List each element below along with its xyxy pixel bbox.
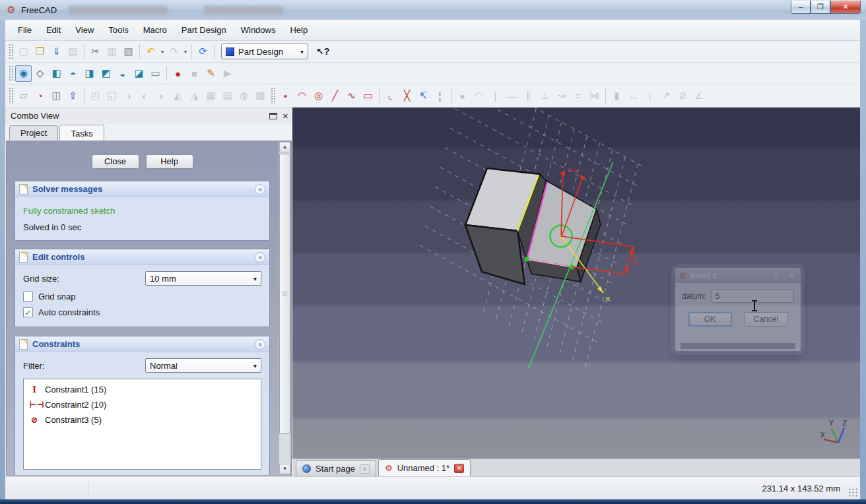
- measure-distance-button[interactable]: ▭: [147, 65, 164, 82]
- right-view-button[interactable]: ◨: [81, 65, 98, 82]
- redo-button[interactable]: ↷: [166, 44, 182, 60]
- menu-part-design[interactable]: Part Design: [174, 22, 234, 38]
- copy-button[interactable]: ▥: [104, 44, 120, 60]
- constraint-item[interactable]: ⊢⊣Constraint2 (10): [25, 397, 259, 412]
- cut-button[interactable]: ✂: [87, 44, 104, 60]
- menu-file[interactable]: File: [11, 22, 39, 38]
- groove-button[interactable]: ◐: [137, 88, 153, 104]
- menu-help[interactable]: Help: [283, 22, 315, 38]
- scrollbar-thumb[interactable]: [279, 154, 290, 434]
- toolbar-grip[interactable]: [9, 87, 13, 104]
- open-file-button[interactable]: ❐: [32, 44, 48, 60]
- paste-button[interactable]: ▧: [120, 44, 137, 60]
- redo-dropdown-button[interactable]: ▾: [182, 44, 189, 60]
- constraint-item[interactable]: ⊘Constraint3 (5): [25, 412, 259, 427]
- undo-dropdown-button[interactable]: ▾: [159, 44, 166, 60]
- maximize-button[interactable]: ❐: [811, 1, 830, 14]
- tasks-scrollbar[interactable]: ▲ ▼: [279, 142, 290, 474]
- vertical-distance-constraint-button[interactable]: I: [642, 88, 658, 104]
- undo-button[interactable]: ↶: [143, 44, 159, 60]
- tab-project[interactable]: Project: [9, 125, 58, 141]
- fillet-button[interactable]: ◗: [153, 88, 170, 104]
- point-on-object-constraint-button[interactable]: ◠: [471, 88, 487, 104]
- angle-constraint-button[interactable]: ∠: [691, 88, 708, 104]
- draft-button[interactable]: ◮: [186, 88, 203, 104]
- chamfer-button[interactable]: ◭: [170, 88, 186, 104]
- external-geometry-button[interactable]: ↸: [415, 88, 432, 104]
- top-view-button[interactable]: ◓: [65, 65, 81, 82]
- whats-this-button[interactable]: ↖?: [312, 46, 333, 57]
- macro-stop-button[interactable]: ■: [186, 65, 203, 82]
- refresh-button[interactable]: ⟳: [195, 44, 211, 60]
- fillet-tool-button[interactable]: ◟: [382, 88, 399, 104]
- menu-macro[interactable]: Macro: [136, 22, 174, 38]
- arc-tool-button[interactable]: ◠: [294, 88, 310, 104]
- print-button[interactable]: ▤: [65, 44, 81, 60]
- help-task-button[interactable]: Help: [146, 154, 193, 169]
- construction-mode-button[interactable]: ¦: [432, 88, 448, 104]
- leave-sketch-button[interactable]: ⇧: [65, 88, 81, 104]
- axonometric-view-button[interactable]: ◇: [32, 65, 48, 82]
- close-tab-icon[interactable]: ✕: [454, 464, 464, 473]
- dialog-close-button[interactable]: ✕: [786, 271, 797, 280]
- trim-tool-button[interactable]: ╳: [399, 88, 415, 104]
- close-button[interactable]: ✕: [830, 1, 861, 14]
- close-tab-icon[interactable]: ✕: [360, 464, 370, 474]
- new-file-button[interactable]: ▢: [15, 44, 32, 60]
- minimize-button[interactable]: –: [791, 1, 811, 14]
- polar-pattern-button[interactable]: ◍: [236, 88, 252, 104]
- create-sketch-button[interactable]: ▱: [15, 88, 32, 104]
- toolbar-grip[interactable]: [9, 65, 13, 81]
- titlebar[interactable]: ⚙ FreeCAD – ❐ ✕: [0, 0, 866, 20]
- horizontal-constraint-button[interactable]: —: [504, 88, 520, 104]
- close-task-button[interactable]: Close: [92, 154, 139, 169]
- coincident-constraint-button[interactable]: ●: [454, 88, 471, 104]
- perpendicular-constraint-button[interactable]: ⊥: [537, 88, 553, 104]
- grid-size-select[interactable]: 10 mm: [145, 271, 261, 286]
- dialog-titlebar[interactable]: ⚙ Insert d... ? ✕: [675, 268, 801, 283]
- workbench-selector[interactable]: Part Design: [221, 44, 308, 59]
- scroll-down-icon[interactable]: ▼: [279, 464, 290, 474]
- multitransform-button[interactable]: ▩: [252, 88, 269, 104]
- circle-tool-button[interactable]: ◎: [310, 88, 327, 104]
- polyline-tool-button[interactable]: ∿: [343, 88, 360, 104]
- menu-edit[interactable]: Edit: [39, 22, 68, 38]
- point-tool-button[interactable]: •: [277, 88, 294, 104]
- linear-pattern-button[interactable]: ▤: [219, 88, 236, 104]
- collapse-section-button[interactable]: «: [255, 339, 265, 350]
- constraint-filter-select[interactable]: Normal: [145, 358, 261, 373]
- distance-constraint-button[interactable]: ↗: [658, 88, 675, 104]
- dialog-help-button[interactable]: ?: [770, 272, 781, 280]
- scroll-up-icon[interactable]: ▲: [279, 142, 290, 152]
- macro-execute-button[interactable]: ▶: [219, 65, 236, 82]
- horizontal-distance-constraint-button[interactable]: ↔: [625, 88, 642, 104]
- lock-constraint-button[interactable]: ▮: [609, 88, 625, 104]
- 3d-viewport[interactable]: 10.00 50.00 ⚙ Insert d... ? ✕: [292, 108, 860, 458]
- pad-button[interactable]: ◰: [87, 88, 104, 104]
- collapse-section-button[interactable]: «: [255, 184, 265, 195]
- menu-windows[interactable]: Windows: [234, 22, 283, 38]
- cancel-button[interactable]: Cancel: [745, 312, 788, 327]
- resize-grip[interactable]: [849, 488, 858, 497]
- undock-panel-icon[interactable]: [269, 113, 277, 119]
- macro-edit-button[interactable]: ✎: [203, 65, 219, 82]
- toolbar-grip[interactable]: [271, 87, 275, 104]
- combo-view-header[interactable]: Combo View ✕: [5, 108, 292, 124]
- constraint-item[interactable]: IConstraint1 (15): [25, 382, 259, 397]
- pocket-button[interactable]: ◱: [104, 88, 120, 104]
- grid-snap-checkbox[interactable]: [23, 292, 33, 301]
- mirrored-button[interactable]: ▦: [203, 88, 219, 104]
- parallel-constraint-button[interactable]: ∥: [520, 88, 537, 104]
- menu-tools[interactable]: Tools: [101, 22, 135, 38]
- menu-view[interactable]: View: [68, 22, 101, 38]
- symmetric-constraint-button[interactable]: ⋈: [586, 88, 603, 104]
- revolution-button[interactable]: ◑: [120, 88, 137, 104]
- rectangle-tool-button[interactable]: ▭: [360, 88, 376, 104]
- equal-constraint-button[interactable]: =: [570, 88, 586, 104]
- auto-constraints-checkbox[interactable]: [23, 307, 33, 317]
- tab-unnamed-document[interactable]: ⚙ Unnamed : 1* ✕: [378, 459, 471, 476]
- vertical-constraint-button[interactable]: |: [487, 88, 504, 104]
- bottom-view-button[interactable]: ◒: [114, 65, 131, 82]
- tab-tasks[interactable]: Tasks: [59, 125, 104, 141]
- left-view-button[interactable]: ◪: [131, 65, 147, 82]
